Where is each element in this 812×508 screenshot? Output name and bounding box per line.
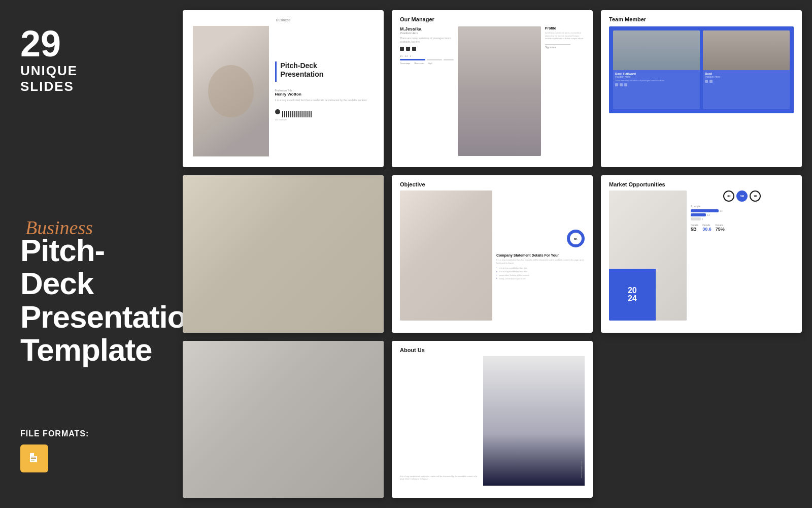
slide2-profile: Profile Lorem ipsum dolor sit amet, cons… <box>545 26 585 156</box>
slide-market-opportunities: Market Opportunities 2024 3K 5M <box>601 175 802 332</box>
slide3-member1: Basil Hailward Position Here There are m… <box>613 30 700 109</box>
slide5-company-label: Company Statement Details For Your <box>496 253 585 257</box>
slide5-content: 5K Company Statement Details For Your It… <box>400 190 585 320</box>
prog-label-2: Blueocean <box>414 62 424 65</box>
member1-social2 <box>620 83 623 86</box>
slide2-social <box>400 47 454 51</box>
slide6-stat2: Details 30.6 <box>702 224 712 232</box>
slide1-plus-icon <box>275 109 280 114</box>
slide3-title: Team Member <box>609 16 794 22</box>
slide3-blue-section: Basil Hailward Position Here There are m… <box>609 26 794 113</box>
slide2-person-info: M.Jessika Position Here There are many v… <box>400 26 454 156</box>
main-title: Pitch-Deck Presentation Template <box>20 234 152 366</box>
member2-info: Basil Position Here <box>703 70 790 85</box>
slide2-profile-title: Profile <box>545 26 585 30</box>
prog-bar-blue <box>691 209 719 212</box>
twitter-icon <box>400 47 404 51</box>
slide6-content: 2024 3K 5M 7K Example <box>609 190 794 320</box>
svg-rect-4 <box>31 460 35 461</box>
slide6-left: 2024 <box>609 190 687 320</box>
slide8-photo: www.example.com <box>483 356 585 486</box>
facebook-icon <box>406 47 410 51</box>
slide2-photo <box>458 26 541 156</box>
prog-bar-grey <box>691 217 701 220</box>
slide5-right: 5K Company Statement Details For Your It… <box>496 190 585 320</box>
slide6-phone-img: 2024 <box>609 190 687 320</box>
woman-photo-overlay <box>458 26 541 156</box>
slide1-content: Pitch-Deck Presentation Profession Title… <box>193 26 374 156</box>
slide6-year-block: 2024 <box>609 269 656 321</box>
file-formats-label: FILE FORMATS: <box>20 429 152 438</box>
prog-bar-1c <box>444 59 454 60</box>
slide6-stats: Details 5B Details 30.6 Details 75% <box>691 224 794 232</box>
slide-objective-donut: Objective 5K Company Statement Details F… <box>392 175 593 332</box>
slide5-photo <box>400 190 492 320</box>
bullet-3: page when looking at the content <box>496 274 585 276</box>
prog-label-1: Percentage <box>400 62 410 65</box>
slide2-person-desc: There are many variations of passages lo… <box>400 37 454 44</box>
slide1-blue-bar <box>275 61 277 82</box>
slide5-title: Objective <box>400 181 585 187</box>
slide6-example-label: Example <box>691 205 794 208</box>
member1-info: Basil Hailward Position Here There are m… <box>613 70 700 88</box>
slide-about-us: About Us It is a long established fact t… <box>392 341 593 498</box>
slide-market-analysis: Market Analysis Analysis One There are m… <box>183 175 384 332</box>
svg-rect-1 <box>34 453 37 456</box>
member2-photo <box>703 30 790 70</box>
slide1-desc: It is a long established fact that a rea… <box>275 99 367 102</box>
slide6-prog-2: 2.4 <box>691 213 794 216</box>
slide2-sig-line <box>545 44 570 45</box>
slide2-person-name: M.Jessika <box>400 26 454 31</box>
slide2-content: M.Jessika Position Here There are many v… <box>400 26 585 156</box>
slide8-content: It is a long established fact that a rea… <box>400 356 585 486</box>
circle-7k: 7K <box>750 190 761 202</box>
svg-rect-2 <box>31 457 36 458</box>
member1-social1 <box>615 83 618 86</box>
prog-bar-1 <box>400 59 425 60</box>
member1-social3 <box>624 83 627 86</box>
circle-item-2: 5M <box>736 190 748 202</box>
slide5-bullets: it is a long established fact that it is… <box>496 267 585 281</box>
slide-pitch-deck-cover: Business Pitch-Deck Presentation Profess… <box>183 10 384 167</box>
member1-photo <box>613 30 700 70</box>
member2-social2 <box>709 80 713 83</box>
member2-pos: Position Here <box>705 75 788 78</box>
slide6-title: Market Opportunities <box>609 181 794 187</box>
slide1-title: Pitch-Deck Presentation <box>281 61 324 79</box>
slide5-donut: 5K <box>567 230 585 247</box>
circle-item-1: 3K <box>723 190 734 202</box>
file-formats-section: FILE FORMATS: <box>20 429 152 483</box>
slides-count: 29 <box>20 25 152 62</box>
grid-spacer <box>601 341 802 498</box>
unique-slides-badge: 29 UNIQUE SLIDES <box>20 25 152 94</box>
prog-bar-1b <box>427 59 442 60</box>
slide1-name: Henry Wotton <box>275 92 367 97</box>
slide1-photo <box>193 26 269 156</box>
hands-writing-photo <box>193 26 269 156</box>
slide-our-manager: Our Manager M.Jessika Position Here Ther… <box>392 10 593 167</box>
prog-label-3: High <box>428 62 432 65</box>
circle-item-3: 7K <box>750 190 761 202</box>
slide6-right: 3K 5M 7K Example 4.3 <box>691 190 794 320</box>
slide6-stat1: Details 5B <box>691 224 698 232</box>
slide2-profile-text: Lorem ipsum dolor sit amet, consectetur … <box>545 31 585 40</box>
slide5-company-desc: It is a long established fact that a rea… <box>496 259 585 265</box>
slide7-content: It is a long established fact that a rea… <box>191 356 376 486</box>
slide1-address: 123 Example <box>275 118 367 121</box>
slide8-title: About Us <box>400 347 585 353</box>
circle-5m: 5M <box>736 190 748 202</box>
slide2-person-title: Position Here <box>400 31 454 35</box>
slide6-progress: Example 4.3 2.4 2 <box>691 205 794 220</box>
year-2024: 2024 <box>628 287 637 303</box>
slide6-prog-3: 2 <box>691 217 794 220</box>
laptop-photo-overlay <box>183 341 384 498</box>
prog-bar-blue2 <box>691 213 706 216</box>
bullet-1: it is a long established fact that <box>496 267 585 269</box>
slide1-right: Pitch-Deck Presentation Profession Title… <box>269 26 374 156</box>
donut-label: 5K <box>574 237 577 240</box>
slide-objective-icons: Objective It is a long established fact … <box>183 341 384 498</box>
slide8-website: www.example.com <box>580 461 583 478</box>
main-title-area: Business Pitch-Deck Presentation Templat… <box>20 216 152 366</box>
slide7-photo <box>191 356 268 486</box>
slide2-progress: 4.5 2.9 2 Percentage Blueocean High <box>400 55 454 65</box>
